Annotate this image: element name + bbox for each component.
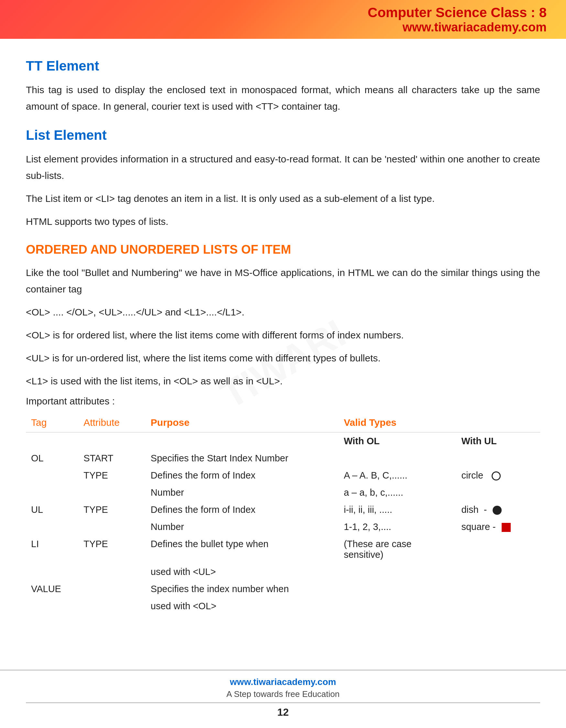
square-icon (502, 523, 511, 532)
row-attr-empty5 (78, 580, 146, 598)
table-row: Number 1-1, 2, 3,.... square - (26, 518, 540, 535)
table-row: VALUE Specifies the index number when (26, 580, 540, 598)
header-website: www.tiwariacademy.com (368, 20, 547, 34)
list-element-para1: List element provides information in a s… (26, 151, 540, 184)
circle-icon (492, 471, 501, 480)
row-valid-ul-empty4 (456, 563, 540, 580)
ou-para3: <OL> is for ordered list, where the list… (26, 327, 540, 343)
footer-tagline: A Step towards free Education (0, 689, 566, 699)
table-row: Number a – a, b, c,...... (26, 484, 540, 501)
row-valid-ul-number2: square - (456, 518, 540, 535)
row-valid-ul-type1: circle (456, 467, 540, 484)
row-purpose-type2: Defines the form of Index (146, 501, 338, 518)
col-header-tag: Tag (26, 413, 78, 432)
row-attr-type3: TYPE (78, 535, 146, 563)
ordered-unordered-section: ORDERED AND UNORDERED LISTS OF ITEM Like… (26, 243, 540, 615)
row-tag-ul: UL (26, 501, 78, 518)
row-attr-type2: TYPE (78, 501, 146, 518)
row-attr-empty3 (78, 518, 146, 535)
col-header-valid-types: Valid Types (338, 413, 540, 432)
row-valid-ul-empty6 (456, 598, 540, 615)
row-valid-ul-number1 (456, 484, 540, 501)
row-attr-start: START (78, 450, 146, 467)
row-valid-ul-empty3 (456, 535, 540, 563)
disc-icon (493, 506, 502, 515)
main-content: TT Element This tag is used to display t… (0, 39, 566, 660)
row-tag-empty3 (26, 518, 78, 535)
row-tag-empty6 (26, 598, 78, 615)
row-purpose-number2: Number (146, 518, 338, 535)
row-purpose-type3: Defines the bullet type when (146, 535, 338, 563)
table-row: UL TYPE Defines the form of Index i-ii, … (26, 501, 540, 518)
list-element-para3: HTML supports two types of lists. (26, 213, 540, 230)
row-valid-empty6 (338, 598, 456, 615)
attributes-table: Tag Attribute Purpose Valid Types With O… (26, 413, 540, 615)
footer-page-number: 12 (0, 706, 566, 718)
list-element-heading: List Element (26, 127, 540, 143)
subheader-purpose-empty (146, 432, 338, 450)
row-attr-empty2 (78, 484, 146, 501)
row-purpose-used-ul: used with <UL> (146, 563, 338, 580)
row-valid-ul-type2: dish - (456, 501, 540, 518)
ordered-unordered-heading: ORDERED AND UNORDERED LISTS OF ITEM (26, 243, 540, 257)
row-valid-case-sensitive: (These are case sensitive) (338, 535, 456, 563)
col-header-purpose: Purpose (146, 413, 338, 432)
important-attrs-label: Important attributes : (26, 396, 540, 407)
row-purpose-used-ol: used with <OL> (146, 598, 338, 615)
row-attr-type1: TYPE (78, 467, 146, 484)
header-banner: Computer Science Class : 8 www.tiwariaca… (0, 0, 566, 39)
row-tag-empty4 (26, 563, 78, 580)
row-valid-empty5 (338, 580, 456, 598)
ou-para1: Like the tool "Bullet and Numbering" we … (26, 264, 540, 297)
row-attr-empty6 (78, 598, 146, 615)
row-valid-empty4 (338, 563, 456, 580)
table-row: OL START Specifies the Start Index Numbe… (26, 450, 540, 467)
subheader-tag-empty (26, 432, 78, 450)
list-element-para2: The List item or <LI> tag denotes an ite… (26, 190, 540, 207)
row-valid-ol-number2: 1-1, 2, 3,.... (338, 518, 456, 535)
subheader-with-ol: With OL (338, 432, 456, 450)
table-row: used with <OL> (26, 598, 540, 615)
row-tag-empty1 (26, 467, 78, 484)
row-purpose-start: Specifies the Start Index Number (146, 450, 338, 467)
subheader-with-ul: With UL (456, 432, 540, 450)
footer-separator (26, 702, 540, 703)
footer: www.tiwariacademy.com A Step towards fre… (0, 670, 566, 728)
header-title: Computer Science Class : 8 (368, 5, 547, 20)
ou-para4: <UL> is for un-ordered list, where the l… (26, 350, 540, 366)
header-text: Computer Science Class : 8 www.tiwariaca… (368, 5, 547, 34)
row-tag-empty2 (26, 484, 78, 501)
row-valid-ul-empty5 (456, 580, 540, 598)
row-tag-ol: OL (26, 450, 78, 467)
table-row: LI TYPE Defines the bullet type when (Th… (26, 535, 540, 563)
ou-para5: <L1> is used with the list items, in <OL… (26, 373, 540, 389)
row-tag-li: LI (26, 535, 78, 563)
tt-element-section: TT Element This tag is used to display t… (26, 58, 540, 115)
footer-website: www.tiwariacademy.com (0, 677, 566, 687)
row-valid-ol-number1: a – a, b, c,...... (338, 484, 456, 501)
tt-element-heading: TT Element (26, 58, 540, 74)
row-valid-ul-start (456, 450, 540, 467)
row-purpose-value: Specifies the index number when (146, 580, 338, 598)
ou-para2: <OL> .... </OL>, <UL>.....</UL> and <L1>… (26, 304, 540, 320)
subheader-attr-empty (78, 432, 146, 450)
list-element-section: List Element List element provides infor… (26, 127, 540, 230)
row-valid-ol-type2: i-ii, ii, iii, ..... (338, 501, 456, 518)
row-purpose-type1: Defines the form of Index (146, 467, 338, 484)
table-row: used with <UL> (26, 563, 540, 580)
col-header-attribute: Attribute (78, 413, 146, 432)
tt-element-body: This tag is used to display the enclosed… (26, 82, 540, 115)
row-valid-ol-start (338, 450, 456, 467)
row-attr-empty4 (78, 563, 146, 580)
row-tag-value: VALUE (26, 580, 78, 598)
row-valid-ol-type1: A – A. B, C,...... (338, 467, 456, 484)
table-row: TYPE Defines the form of Index A – A. B,… (26, 467, 540, 484)
row-purpose-number1: Number (146, 484, 338, 501)
